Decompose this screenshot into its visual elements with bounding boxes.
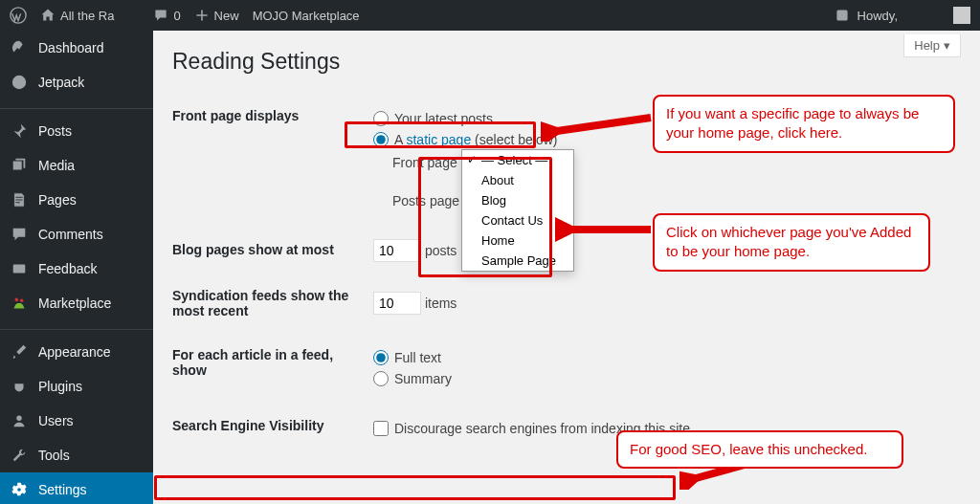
- new-content-link[interactable]: New: [194, 8, 239, 23]
- wrench-icon: [10, 446, 29, 465]
- sidebar-item-dashboard[interactable]: Dashboard: [0, 31, 153, 65]
- brush-icon: [10, 342, 29, 362]
- help-tab[interactable]: Help ▾: [903, 34, 961, 57]
- radio-static-page[interactable]: A static page (select below): [373, 132, 951, 147]
- jetpack-icon: [10, 73, 29, 92]
- greeting-text: Howdy,: [858, 9, 898, 23]
- comments-link[interactable]: 0: [153, 8, 180, 23]
- sidebar-item-comments[interactable]: Comments: [0, 217, 153, 252]
- dropdown-option[interactable]: Sample Page: [462, 251, 573, 271]
- radio-latest-posts-input[interactable]: [373, 111, 389, 126]
- comments-icon: [10, 225, 29, 244]
- sidebar-item-label: Pages: [38, 192, 77, 208]
- avatar: [953, 7, 970, 24]
- dropdown-option[interactable]: — Select —: [462, 150, 573, 170]
- dropdown-option[interactable]: Home: [462, 230, 573, 251]
- sidebar-item-label: Media: [38, 158, 75, 173]
- site-home-link[interactable]: All the Ra: [40, 8, 140, 23]
- content-area: Help ▾ Reading Settings Front page displ…: [153, 31, 980, 504]
- admin-sidebar: Dashboard Jetpack Posts Media Pages Comm…: [0, 31, 153, 504]
- radio-full-text-input[interactable]: [373, 350, 389, 365]
- users-icon: [10, 411, 29, 430]
- page-icon: [10, 190, 29, 209]
- pin-icon: [10, 121, 29, 141]
- settings-icon: [10, 480, 29, 499]
- new-label: New: [214, 9, 239, 23]
- sidebar-item-posts[interactable]: Posts: [0, 114, 153, 148]
- chevron-down-icon: ▾: [944, 38, 950, 53]
- front-page-heading: Front page displays: [172, 94, 364, 228]
- sidebar-item-settings[interactable]: Settings: [0, 472, 153, 504]
- svg-point-4: [15, 298, 19, 302]
- svg-rect-3: [13, 265, 26, 274]
- radio-latest-posts[interactable]: Your latest posts: [373, 111, 951, 126]
- sidebar-item-label: Comments: [38, 227, 103, 242]
- sidebar-item-media[interactable]: Media: [0, 148, 153, 183]
- sev-heading: Search Engine Visibility: [172, 404, 364, 453]
- sev-checkbox[interactable]: [373, 421, 389, 436]
- sidebar-item-plugins[interactable]: Plugins: [0, 369, 153, 404]
- sidebar-item-label: Feedback: [38, 261, 97, 276]
- wp-logo[interactable]: [10, 7, 27, 24]
- dropdown-option[interactable]: Contact Us: [462, 210, 573, 230]
- svg-point-7: [17, 488, 21, 492]
- dropdown-option[interactable]: Blog: [462, 190, 573, 210]
- radio-full-text[interactable]: Full text: [373, 350, 951, 365]
- sidebar-item-label: Users: [38, 413, 74, 428]
- username-redacted: [902, 9, 948, 22]
- sidebar-item-label: Jetpack: [38, 75, 84, 90]
- sidebar-item-label: Appearance: [38, 344, 111, 360]
- sidebar-item-users[interactable]: Users: [0, 404, 153, 438]
- account-link[interactable]: Howdy,: [858, 7, 970, 24]
- sidebar-item-tools[interactable]: Tools: [0, 438, 153, 472]
- sidebar-item-pages[interactable]: Pages: [0, 183, 153, 217]
- media-icon: [10, 156, 29, 175]
- plug-icon: [10, 377, 29, 396]
- blog-pages-heading: Blog pages show at most: [172, 228, 364, 274]
- sev-checkbox-label[interactable]: Discourage search engines from indexing …: [373, 421, 951, 436]
- marketplace-icon: [10, 294, 29, 313]
- article-feed-heading: For each article in a feed, show: [172, 333, 364, 404]
- dropdown-option[interactable]: About: [462, 170, 573, 190]
- sidebar-item-label: Dashboard: [38, 40, 104, 55]
- static-page-link[interactable]: static page: [406, 132, 471, 147]
- sidebar-item-label: Posts: [38, 123, 72, 139]
- front-page-select-label: Front page: [392, 155, 457, 170]
- radio-summary-input[interactable]: [373, 371, 389, 386]
- page-title: Reading Settings: [172, 40, 961, 94]
- notification-icon[interactable]: [835, 8, 850, 23]
- sidebar-item-label: Plugins: [38, 379, 82, 394]
- svg-rect-1: [836, 10, 847, 20]
- dashboard-icon: [10, 38, 29, 57]
- radio-summary[interactable]: Summary: [373, 371, 951, 386]
- svg-point-6: [16, 416, 21, 421]
- sidebar-item-feedback[interactable]: Feedback: [0, 252, 153, 286]
- posts-page-select-label: Posts page: [392, 193, 459, 208]
- syndication-heading: Syndication feeds show the most recent: [172, 274, 364, 333]
- site-title: All the Ra: [60, 9, 114, 23]
- admin-bar: All the Ra 0 New MOJO Marketplace Howdy,: [0, 0, 980, 31]
- front-page-dropdown[interactable]: — Select — About Blog Contact Us Home Sa…: [461, 149, 574, 272]
- blog-pages-input[interactable]: [373, 239, 421, 262]
- syndication-input[interactable]: [373, 292, 421, 315]
- sidebar-item-jetpack[interactable]: Jetpack: [0, 65, 153, 99]
- syndication-unit: items: [425, 296, 457, 311]
- feedback-icon: [10, 259, 29, 278]
- radio-static-page-input[interactable]: [373, 132, 389, 147]
- sidebar-item-marketplace[interactable]: Marketplace: [0, 286, 153, 320]
- svg-point-5: [20, 299, 24, 303]
- sidebar-item-label: Settings: [38, 482, 87, 497]
- comments-count: 0: [173, 9, 180, 23]
- sidebar-item-label: Tools: [38, 448, 70, 463]
- blog-pages-unit: posts: [425, 243, 457, 258]
- svg-point-2: [12, 76, 26, 89]
- sidebar-item-appearance[interactable]: Appearance: [0, 335, 153, 369]
- mojo-marketplace-link[interactable]: MOJO Marketplace: [253, 9, 360, 23]
- sidebar-item-label: Marketplace: [38, 296, 111, 311]
